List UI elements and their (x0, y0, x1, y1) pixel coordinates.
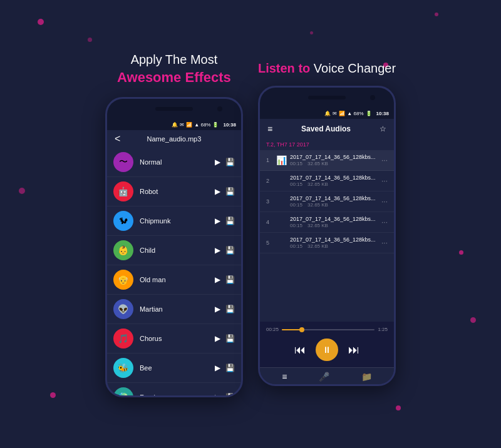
phone-notch-right (260, 88, 394, 108)
left-title-line1: Apply The Most (131, 53, 218, 66)
right-panel: Listen to Voice Changer 🔔 ✉ 📶 ▲ 68% 🔋 10… (258, 61, 396, 386)
play-martian[interactable]: ▶ (215, 305, 220, 313)
progress-bar[interactable]: 00:25 1:25 (266, 327, 388, 332)
time-start: 00:25 (266, 327, 279, 332)
play-child[interactable]: ▶ (215, 246, 220, 255)
effect-list: 〜 Normal ▶ 💾 🤖 Robot ▶ 💾 (107, 148, 241, 397)
play-chorus[interactable]: ▶ (215, 334, 220, 343)
prev-button[interactable]: ⏮ (294, 344, 306, 357)
pause-button[interactable]: ⏸ (316, 339, 338, 361)
progress-fill (282, 329, 301, 330)
effect-item-normal[interactable]: 〜 Normal ▶ 💾 (107, 148, 241, 177)
phone-notch-left (107, 99, 241, 119)
save-child[interactable]: 💾 (225, 246, 235, 255)
save-bee[interactable]: 💾 (225, 364, 235, 372)
more-icon-2[interactable]: ··· (381, 176, 388, 185)
save-chorus[interactable]: 💾 (225, 334, 235, 343)
save-chipmunk[interactable]: 💾 (225, 216, 235, 225)
star-icon[interactable]: ☆ (380, 125, 386, 133)
more-icon-1[interactable]: ··· (381, 156, 388, 165)
bottom-nav-list[interactable]: ≡ (282, 372, 287, 382)
right-title: Listen to Voice Changer (258, 61, 396, 76)
player-controls: ⏮ ⏸ ⏭ (266, 336, 388, 364)
left-phone: 🔔 ✉ 📶 ▲ 68% 🔋 10:38 < Name_audio.mp3 〜 N… (105, 97, 243, 397)
effect-item-foreigner[interactable]: 🌍 Foreigner ▶ 💾 (107, 383, 241, 397)
audio-filename: Name_audio.mp3 (147, 135, 202, 143)
progress-thumb (299, 327, 304, 332)
effect-item-child[interactable]: 👶 Child ▶ 💾 (107, 236, 241, 265)
bottom-nav-mic[interactable]: 🎤 (319, 372, 329, 382)
right-phone: 🔔 ✉ 📶 ▲ 68% 🔋 10:38 ≡ Saved Audios ☆ T.2… (258, 86, 396, 386)
save-normal[interactable]: 💾 (225, 158, 235, 166)
effect-icon-normal: 〜 (113, 152, 133, 172)
save-robot[interactable]: 💾 (225, 187, 235, 196)
play-old-man[interactable]: ▶ (215, 275, 220, 284)
effect-icon-foreigner: 🌍 (113, 387, 133, 397)
phone-speaker-right (308, 96, 346, 99)
play-normal[interactable]: ▶ (215, 158, 220, 166)
play-chipmunk[interactable]: ▶ (215, 216, 220, 225)
save-martian[interactable]: 💾 (225, 305, 235, 313)
status-bar-right: 🔔 ✉ 📶 ▲ 68% 🔋 10:38 (260, 108, 394, 119)
left-phone-header: < Name_audio.mp3 (107, 130, 241, 148)
right-title-rest: Voice Changer (314, 61, 396, 75)
effect-icon-old-man: 👴 (113, 270, 133, 290)
bottom-nav: ≡ 🎤 📁 (260, 367, 394, 384)
more-icon-4[interactable]: ··· (381, 218, 388, 227)
effect-item-chipmunk[interactable]: 🐿 Chipmunk ▶ 💾 (107, 206, 241, 236)
effect-icon-chipmunk: 🐿 (113, 211, 133, 231)
effect-item-old-man[interactable]: 👴 Old man ▶ 💾 (107, 265, 241, 295)
effect-icon-robot: 🤖 (113, 181, 133, 201)
date-label: T.2, TH7 17 2017 (260, 139, 394, 150)
left-title-accent: Awesome Effects (117, 69, 231, 85)
left-title: Apply The Most Awesome Effects (117, 51, 231, 88)
saved-audios-title: Saved Audios (301, 125, 351, 133)
bottom-nav-folder[interactable]: 📁 (361, 372, 372, 382)
menu-icon[interactable]: ≡ (267, 124, 272, 134)
phone-camera-right (370, 95, 375, 100)
right-phone-header: ≡ Saved Audios ☆ (260, 119, 394, 139)
effect-icon-child: 👶 (113, 240, 133, 260)
effect-item-robot[interactable]: 🤖 Robot ▶ 💾 (107, 177, 241, 206)
time-end: 1:25 (378, 327, 388, 332)
effect-icon-chorus: 🎵 (113, 328, 133, 349)
more-icon-5[interactable]: ··· (381, 238, 388, 247)
effect-item-bee[interactable]: 🐝 Bee ▶ 💾 (107, 354, 241, 383)
effect-item-chorus[interactable]: 🎵 Chorus ▶ 💾 (107, 324, 241, 354)
effect-icon-martian: 👽 (113, 299, 133, 319)
play-bee[interactable]: ▶ (215, 364, 220, 372)
status-bar-left: 🔔 ✉ 📶 ▲ 68% 🔋 10:38 (107, 119, 241, 130)
left-panel: Apply The Most Awesome Effects 🔔 ✉ 📶 ▲ 6… (105, 51, 243, 398)
list-item-4[interactable]: 4 2017_07_17_14_36_56_128kbs... 00:1532.… (260, 212, 394, 233)
back-button[interactable]: < (115, 133, 120, 145)
right-title-accent: Listen to (258, 61, 310, 75)
save-old-man[interactable]: 💾 (225, 275, 235, 284)
effect-icon-bee: 🐝 (113, 358, 133, 378)
list-item-5[interactable]: 5 2017_07_17_14_36_56_128kbs... 00:1532.… (260, 233, 394, 253)
phone-speaker-left (155, 107, 193, 111)
phone-camera-left (217, 106, 222, 111)
play-foreigner[interactable]: ▶ (215, 393, 220, 397)
save-foreigner[interactable]: 💾 (225, 393, 235, 397)
effect-item-martian[interactable]: 👽 Martian ▶ 💾 (107, 295, 241, 324)
equalizer-icon: 📊 (276, 155, 286, 165)
play-robot[interactable]: ▶ (215, 187, 220, 196)
progress-track[interactable] (282, 329, 374, 330)
audio-list: 1 📊 2017_07_17_14_36_56_128kbs... 00:153… (260, 150, 394, 322)
list-item-1[interactable]: 1 📊 2017_07_17_14_36_56_128kbs... 00:153… (260, 150, 394, 171)
list-item-3[interactable]: 3 2017_07_17_14_36_56_128kbs... 00:1532.… (260, 191, 394, 212)
player-section: 00:25 1:25 ⏮ ⏸ ⏭ (260, 322, 394, 367)
list-item-2[interactable]: 2 2017_07_17_14_36_56_128kbs... 00:1532.… (260, 171, 394, 191)
more-icon-3[interactable]: ··· (381, 197, 388, 206)
next-button[interactable]: ⏭ (348, 344, 359, 357)
